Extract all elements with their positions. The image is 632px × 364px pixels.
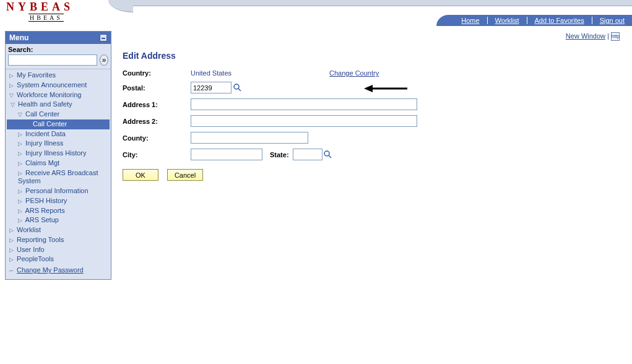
sidebar-item-label: Personal Information [25,187,89,194]
chevron-right-icon [9,71,15,80]
sidebar-item-injury-history[interactable]: Injury Illness History [7,149,110,158]
top-bar: NYBEAS HBEAS Home Worklist Add to Favori… [0,0,632,26]
row-country: Country: United States Change Country [123,69,620,77]
button-row: OK Cancel [123,169,620,181]
sidebar-item-reporting[interactable]: Reporting Tools [7,235,110,245]
page-title: Edit Address [123,51,620,61]
sidebar-item-ars-reports[interactable]: ARS Reports [7,206,110,216]
postal-input[interactable] [191,82,232,93]
sidebar-item-label[interactable]: Change My Password [17,266,84,275]
chevron-down-icon [9,91,15,100]
sidebar-item-label: Call Center [33,120,67,128]
sidebar-item-label: Incident Data [25,130,66,137]
help-icon[interactable]: http [611,32,620,41]
chevron-right-icon [9,81,15,90]
nav-tree: My Favorites System Announcement Workfor… [6,69,111,279]
label-address2: Address 2: [123,118,191,125]
city-input[interactable] [191,149,262,160]
sidebar-item-favorites[interactable]: My Favorites [7,71,110,80]
row-county: County: [123,132,620,144]
postal-lookup-icon[interactable] [233,84,241,92]
annotation-arrow-icon [364,84,407,93]
dash-icon [9,266,15,275]
sidebar-item-label: ARS Reports [25,207,64,214]
nav-worklist[interactable]: Worklist [488,17,527,24]
row-address1: Address 1: [123,98,620,110]
menu-title: Menu [9,33,28,42]
sidebar-item-label: Worklist [17,226,41,233]
svg-line-5 [329,155,331,158]
sidebar-item-change-pw[interactable]: Change My Password [7,264,110,275]
menu-collapse-icon[interactable] [100,34,107,41]
chevron-right-icon [18,169,24,178]
chevron-right-icon [18,187,24,196]
sidebar-item-label: ARS Setup [25,216,58,223]
sidebar-item-label: Workforce Monitoring [17,91,81,98]
sidebar-item-injury-illness[interactable]: Injury Illness [7,139,110,149]
sidebar-item-label: My Favorites [17,71,56,79]
sidebar-item-label: PESH History [25,197,67,204]
sidebar-item-workforce[interactable]: Workforce Monitoring [7,90,110,100]
top-right-links: New Window | http [123,32,620,41]
svg-line-1 [238,89,241,91]
sidebar-item-user-info[interactable]: User Info [7,245,110,255]
nav-home[interactable]: Home [454,17,487,24]
sidebar-item-worklist[interactable]: Worklist [7,225,110,235]
state-lookup-icon[interactable] [324,150,332,159]
row-address2: Address 2: [123,115,620,127]
search-go-button[interactable]: » [100,54,108,66]
chevron-right-icon [18,149,24,158]
label-city: City: [123,151,191,158]
row-city-state: City: State: [123,149,620,160]
logo-sub: HBEAS [28,14,64,22]
sidebar-item-health-safety[interactable]: Health and Safety [7,100,110,110]
sidebar-item-label: System Announcement [17,81,87,89]
cancel-button[interactable]: Cancel [167,169,203,181]
chevron-down-icon [18,110,24,119]
sidebar-item-label: Claims Mgt [25,159,59,167]
label-state: State: [270,151,289,158]
sidebar-item-receive-ars[interactable]: Receive ARS Broadcast System [7,168,110,187]
chevron-right-icon [9,255,15,264]
label-address1: Address 1: [123,101,191,108]
sidebar-item-label: Injury Illness History [25,149,86,157]
sidebar-item-personal-info[interactable]: Personal Information [7,186,110,196]
state-input[interactable] [293,149,322,160]
sidebar-item-incident-data[interactable]: Incident Data [7,129,110,139]
chevron-right-icon [18,159,24,168]
svg-marker-3 [364,85,373,92]
top-nav: Home Worklist Add to Favorites Sign out [436,15,632,26]
address1-input[interactable] [191,98,417,110]
chevron-right-icon [9,226,15,235]
county-input[interactable] [191,132,308,144]
sidebar-item-call-center-folder[interactable]: Call Center [7,110,110,119]
chevron-right-icon [18,130,24,139]
sidebar-item-label: Call Center [25,110,59,118]
nav-signout[interactable]: Sign out [592,17,632,24]
sidebar-item-call-center[interactable]: Call Center [7,119,110,129]
main-content: New Window | http Edit Address Country: … [111,26,632,181]
header-curve: Home Worklist Add to Favorites Sign out [108,0,632,26]
sidebar-item-claims-mgt[interactable]: Claims Mgt [7,158,110,168]
svg-point-4 [324,151,329,156]
value-country: United States [191,69,232,77]
chevron-right-icon [9,246,15,254]
ok-button[interactable]: OK [123,169,158,181]
nav-favorites[interactable]: Add to Favorites [527,17,592,24]
label-county: County: [123,134,191,142]
sidebar-item-sys-announce[interactable]: System Announcement [7,80,110,90]
chevron-right-icon [18,216,24,225]
search-input[interactable] [8,54,97,66]
sidebar-item-ars-setup[interactable]: ARS Setup [7,215,110,225]
go-icon: » [102,56,106,64]
search-label: Search: [8,46,108,53]
svg-point-0 [234,84,239,89]
change-country-link[interactable]: Change Country [329,69,379,77]
dash-icon [25,120,31,129]
sidebar-item-pesh-history[interactable]: PESH History [7,196,110,206]
sidebar-item-peopletools[interactable]: PeopleTools [7,254,110,264]
new-window-link[interactable]: New Window [566,32,605,40]
sidebar-item-label: User Info [17,246,45,253]
address2-input[interactable] [191,115,417,127]
sidebar-item-label: PeopleTools [17,255,54,262]
